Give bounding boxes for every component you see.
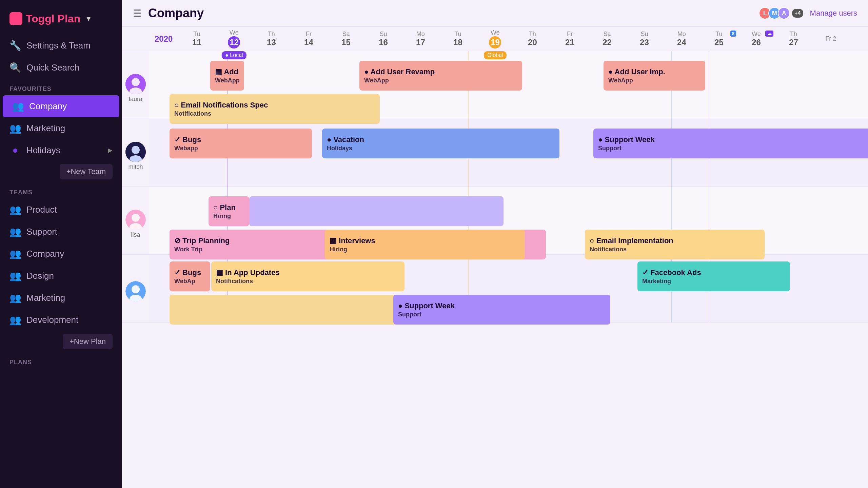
- we26-badge: ☁: [765, 31, 773, 37]
- task-facebook-ads[interactable]: ✓ Facebook Ads Marketing: [637, 261, 790, 291]
- logo-icon: T: [9, 12, 22, 25]
- company-fav-label: Company: [29, 101, 67, 112]
- company-team-label: Company: [26, 249, 64, 259]
- main-content: ☰ Company L M A +4 Manage users laura: [122, 0, 868, 488]
- task-bugs-webapp[interactable]: ✓ Bugs Webapp: [170, 129, 312, 158]
- date-mo24: Mo 24: [663, 29, 700, 48]
- task-email-notif-spec[interactable]: ○ Email Notifications Spec Notifications: [170, 94, 380, 124]
- calendar-area[interactable]: 2020 Tu 11 We 12 ● Local Th 13: [149, 27, 868, 488]
- timeline-wrapper: laura mitch lisa: [122, 27, 868, 488]
- sidebar-item-product[interactable]: 👥 Product: [0, 199, 122, 221]
- task-in-app-updates[interactable]: ▦ In App Updates Notifications: [211, 261, 405, 291]
- header-left: ☰ Company: [133, 6, 204, 20]
- task-add-user-imp[interactable]: ● Add User Imp. WebApp: [604, 61, 705, 91]
- user-row-laura: laura: [122, 51, 149, 119]
- global-tooltip: Global: [484, 51, 506, 59]
- menu-icon[interactable]: ☰: [133, 8, 141, 19]
- holidays-fav-label: Holidays: [26, 145, 60, 156]
- date-fr21: Fr 21: [551, 29, 588, 48]
- date-su16: Su 16: [364, 29, 402, 48]
- date-we12: We 12 ● Local: [215, 28, 253, 50]
- team-icon: 👥: [12, 101, 24, 112]
- date-header-spacer: [122, 27, 149, 51]
- circle-icon: ●: [9, 145, 21, 156]
- user-row-4: [122, 255, 149, 323]
- user-row-mitch: mitch: [122, 119, 149, 187]
- sidebar-item-company-fav[interactable]: 👥 Company: [3, 95, 119, 117]
- user-name-mitch: mitch: [128, 163, 143, 171]
- support-label: Support: [26, 227, 57, 237]
- settings-team-item[interactable]: 🔧 Settings & Team: [0, 35, 122, 57]
- sidebar-item-holidays-fav[interactable]: ● Holidays ▶: [0, 139, 122, 161]
- avatar-laura: [125, 74, 146, 94]
- global-line: [468, 51, 469, 323]
- new-plan-button[interactable]: +New Plan: [63, 334, 113, 349]
- design-label: Design: [26, 271, 54, 281]
- user-row-lisa: lisa: [122, 187, 149, 255]
- task-support-week-mitch[interactable]: ● Support Week Support: [593, 129, 868, 158]
- sidebar-item-development[interactable]: 👥 Development: [0, 309, 122, 331]
- sidebar-item-support[interactable]: 👥 Support: [0, 221, 122, 243]
- task-add-webapp[interactable]: ▦ Add WebApp: [210, 61, 244, 91]
- logo-chevron[interactable]: ▼: [85, 15, 92, 23]
- header: ☰ Company L M A +4 Manage users: [122, 0, 868, 27]
- task-support-week-4[interactable]: ● Support Week Support: [393, 295, 610, 325]
- app-title: Toggl Plan: [26, 13, 80, 25]
- user-name-lisa: lisa: [131, 231, 140, 238]
- task-vacation[interactable]: ● Vacation Holidays: [322, 129, 559, 158]
- new-team-button[interactable]: +New Team: [60, 164, 113, 179]
- date-th27: Th 27: [775, 29, 812, 48]
- task-plan-hiring[interactable]: ○ Plan Hiring: [209, 196, 249, 226]
- date-fr14: Fr 14: [290, 29, 327, 48]
- year-label: 2020: [149, 34, 178, 44]
- svg-point-1: [132, 78, 140, 86]
- task-bugs-webapp-2[interactable]: ✓ Bugs WebAp: [170, 261, 210, 291]
- timeline-row-lisa: ○ Plan Hiring ⊘ Trip Planning Work Trip …: [149, 187, 868, 255]
- local-tooltip: ● Local: [222, 51, 246, 59]
- page-title: Company: [148, 6, 204, 20]
- user-name-laura: laura: [129, 96, 142, 103]
- marketing-fav-label: Marketing: [26, 123, 65, 134]
- date-we19: We 19 Global: [476, 28, 514, 50]
- app-logo[interactable]: T Toggl Plan ▼: [0, 7, 122, 35]
- timeline-row-laura: ▦ Add WebApp ● Add User Revamp WebApp ○ …: [149, 51, 868, 119]
- sidebar-item-marketing-fav[interactable]: 👥 Marketing: [0, 117, 122, 139]
- timeline-rows: ▦ Add WebApp ● Add User Revamp WebApp ○ …: [149, 51, 868, 323]
- teams-label: TEAMS: [0, 182, 122, 199]
- quick-search-label: Quick Search: [26, 62, 79, 73]
- date-sa22: Sa 22: [588, 29, 626, 48]
- plans-label: PLANS: [0, 352, 122, 369]
- team-icon-company: 👥: [9, 248, 21, 259]
- holidays-expand-icon[interactable]: ▶: [108, 147, 113, 154]
- date-tu25: Tu 25 8: [700, 29, 737, 48]
- manage-users-link[interactable]: Manage users: [810, 9, 857, 18]
- date-header: 2020 Tu 11 We 12 ● Local Th 13: [149, 27, 868, 51]
- task-add-user-revamp[interactable]: ● Add User Revamp WebApp: [359, 61, 522, 91]
- sidebar-item-marketing-team[interactable]: 👥 Marketing: [0, 287, 122, 309]
- settings-icon: 🔧: [9, 40, 21, 51]
- svg-point-10: [132, 285, 140, 293]
- date-tu18: Tu 18: [439, 29, 476, 48]
- marketing-team-label: Marketing: [26, 293, 65, 303]
- development-label: Development: [26, 315, 78, 325]
- favourites-label: FAVOURITES: [0, 79, 122, 95]
- task-email-impl[interactable]: ○ Email Implementation Notifications: [585, 230, 765, 259]
- avatar-3: A: [778, 7, 790, 19]
- task-purple-bar[interactable]: [249, 196, 504, 226]
- date-su23: Su 23: [626, 29, 663, 48]
- quick-search-item[interactable]: 🔍 Quick Search: [0, 57, 122, 79]
- avatar-mitch: [125, 142, 146, 162]
- team-icon-product: 👥: [9, 204, 21, 215]
- tu25-badge: 8: [730, 31, 736, 37]
- team-icon-marketing: 👥: [9, 292, 21, 304]
- avatar-lisa: [125, 210, 146, 230]
- sidebar-item-design[interactable]: 👥 Design: [0, 265, 122, 287]
- date-fr28: Fr 2: [812, 34, 849, 44]
- team-icon-dev: 👥: [9, 314, 21, 326]
- settings-label: Settings & Team: [26, 40, 91, 51]
- sidebar-item-company-team[interactable]: 👥 Company: [0, 243, 122, 265]
- team-icon-design: 👥: [9, 270, 21, 281]
- svg-point-4: [132, 146, 140, 154]
- team-icon-2: 👥: [9, 123, 21, 134]
- task-interviews[interactable]: ▦ Interviews Hiring: [325, 230, 525, 259]
